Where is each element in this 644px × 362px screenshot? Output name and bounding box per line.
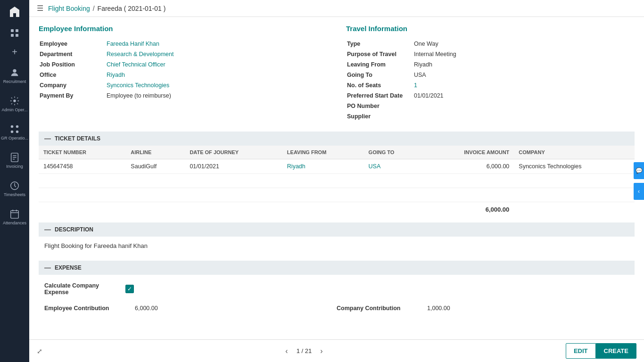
sidebar: + Recruitment Admin Oper... GR Operatio.… [0,0,29,362]
svg-point-7 [16,125,19,128]
prev-page-button[interactable]: ‹ [282,346,290,356]
employee-info-table: Employee Fareeda Hanif Khan Department R… [39,38,327,101]
sidebar-item-invoicing[interactable]: Invoicing [0,146,29,174]
collapse-panel-button[interactable]: ‹ [634,183,644,200]
info-grid: Employee Information Employee Fareeda Ha… [39,25,635,122]
description-header[interactable]: — DESCRIPTION [39,222,635,237]
cell-company: Synconics Technologies [514,159,635,174]
menu-icon[interactable]: ☰ [37,4,43,13]
svg-point-8 [11,130,14,133]
sidebar-item-timesheets-label: Timesheets [4,192,25,197]
description-label: DESCRIPTION [55,226,93,233]
employee-row: Employee Fareeda Hanif Khan [40,39,326,49]
employee-info-section: Employee Information Employee Fareeda Ha… [39,25,327,122]
col-going-to: GOING TO [364,146,423,159]
expense-content: Calculate Company Expense Employee Contr… [39,275,635,323]
current-page: 1 [297,347,300,354]
start-date-value: 01/01/2021 [414,91,634,100]
page-separator: / [302,347,305,354]
col-airline: AIRLINE [126,146,185,159]
description-section: — DESCRIPTION Flight Booking for Fareeda… [39,222,635,255]
travel-info-title: Travel Information [346,25,635,33]
employee-label: Employee [40,39,106,49]
ticket-table-header-row: TICKET NUMBER AIRLINE DATE OF JOURNEY LE… [39,146,635,159]
job-position-value[interactable]: Chief Technical Officer [107,61,165,68]
going-to-label: Going To [347,70,413,80]
svg-point-9 [16,130,19,133]
breadcrumb-separator: / [93,5,95,12]
purpose-label: Purpose of Travel [347,49,413,59]
ticket-details-label: TICKET DETAILS [55,135,100,142]
employee-contribution-item: Employee Contribution 6,000.00 [44,305,337,312]
edit-button[interactable]: EDIT [566,343,596,359]
ticket-table: TICKET NUMBER AIRLINE DATE OF JOURNEY LE… [39,146,635,217]
department-row: Department Research & Development [40,49,326,59]
po-number-row: PO Number [347,101,634,111]
ticket-table-total-row: 6,000.00 [39,202,635,217]
expense-collapse-icon: — [44,264,51,272]
cell-date-of-journey: 01/01/2021 [185,159,282,174]
company-contribution-value: 1,000.00 [427,305,450,312]
department-label: Department [40,49,106,59]
col-date-of-journey: DATE OF JOURNEY [185,146,282,159]
svg-point-4 [13,69,16,72]
sidebar-item-attendances-label: Attendances [3,221,26,225]
cell-going-to[interactable]: USA [369,163,381,170]
travel-info-section: Travel Information Type One Way Purpose … [346,25,635,122]
description-text: Flight Booking for Fareeda hanif Khan [39,237,635,255]
employee-value[interactable]: Fareeda Hanif Khan [107,41,159,47]
start-date-label: Preferred Start Date [347,91,413,100]
po-number-label: PO Number [347,101,413,111]
going-to-row: Going To USA [347,70,634,80]
svg-rect-1 [16,29,18,32]
company-row: Company Synconics Technologies [40,81,326,90]
sidebar-grid-icon[interactable] [0,24,29,42]
office-value[interactable]: Riyadh [107,72,125,78]
sidebar-item-attendances[interactable]: Attendances [0,203,29,231]
company-contribution-label: Company Contribution [337,305,421,312]
expand-icon[interactable]: ⤢ [37,347,42,355]
seats-value: 1 [414,81,634,90]
svg-point-6 [11,125,14,128]
company-label: Company [40,81,106,90]
company-value[interactable]: Synconics Technologies [107,82,169,89]
svg-rect-0 [11,29,14,32]
seats-row: No. of Seats 1 [347,81,634,90]
sidebar-item-recruitment-label: Recruitment [3,79,26,84]
col-company: COMPANY [514,146,635,159]
office-label: Office [40,70,106,80]
sidebar-logo[interactable] [0,0,29,24]
company-contribution-item: Company Contribution 1,000.00 [337,305,629,312]
create-button[interactable]: CREATE [596,343,636,359]
sidebar-item-admin-oper[interactable]: Admin Oper... [0,90,29,118]
employee-info-title: Employee Information [39,25,327,33]
sidebar-item-gr-operatio[interactable]: GR Operatio... [0,118,29,146]
main-content: ☰ Flight Booking / Fareeda ( 2021-01-01 … [29,0,644,362]
sidebar-item-timesheets[interactable]: Timesheets [0,174,29,203]
collapse-icon: — [44,135,51,142]
supplier-value [414,112,634,121]
sidebar-item-recruitment[interactable]: Recruitment [0,61,29,90]
breadcrumb-parent[interactable]: Flight Booking [48,5,90,12]
calculate-company-expense-label: Calculate Company Expense [44,282,120,296]
job-position-label: Job Position [40,60,106,69]
sidebar-add-button[interactable]: + [0,42,29,61]
col-leaving-from: LEAVING FROM [282,146,364,159]
expense-header[interactable]: — EXPENSE [39,261,635,275]
sidebar-item-gr-label: GR Operatio... [1,136,28,140]
leaving-from-value: Riyadh [414,60,634,69]
seats-label: No. of Seats [347,81,413,90]
action-buttons: EDIT CREATE [566,343,636,359]
payment-by-label: Payment By [40,91,106,100]
department-value[interactable]: Research & Development [107,51,173,58]
office-row: Office Riyadh [40,70,326,80]
supplier-row: Supplier [347,112,634,121]
travel-info-table: Type One Way Purpose of Travel Internal … [346,38,635,122]
chat-panel-button[interactable]: 💬 [634,162,644,179]
page-content: Employee Information Employee Fareeda Ha… [29,17,644,339]
next-page-button[interactable]: › [317,346,325,356]
cell-leaving-from[interactable]: Riyadh [287,163,305,170]
ticket-details-header[interactable]: — TICKET DETAILS [39,132,635,146]
breadcrumb: ☰ Flight Booking / Fareeda ( 2021-01-01 … [29,0,644,17]
calculate-company-expense-checkbox[interactable] [125,285,134,293]
